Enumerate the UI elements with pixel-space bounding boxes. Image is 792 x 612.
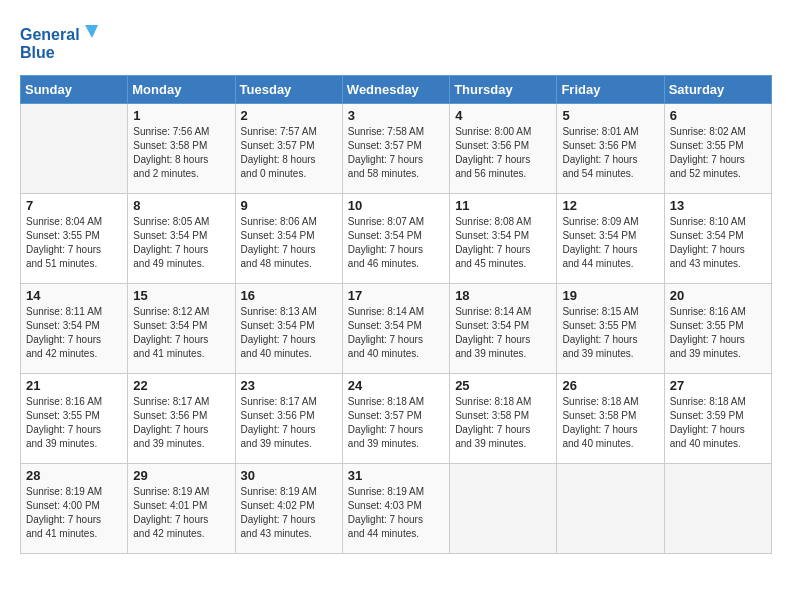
header-cell-sunday: Sunday: [21, 76, 128, 104]
calendar-cell: 13Sunrise: 8:10 AM Sunset: 3:54 PM Dayli…: [664, 194, 771, 284]
day-info: Sunrise: 8:10 AM Sunset: 3:54 PM Dayligh…: [670, 215, 766, 271]
day-info: Sunrise: 8:08 AM Sunset: 3:54 PM Dayligh…: [455, 215, 551, 271]
calendar-cell: 14Sunrise: 8:11 AM Sunset: 3:54 PM Dayli…: [21, 284, 128, 374]
day-number: 5: [562, 108, 658, 123]
day-number: 25: [455, 378, 551, 393]
header-cell-saturday: Saturday: [664, 76, 771, 104]
week-row-2: 14Sunrise: 8:11 AM Sunset: 3:54 PM Dayli…: [21, 284, 772, 374]
calendar-cell: 24Sunrise: 8:18 AM Sunset: 3:57 PM Dayli…: [342, 374, 449, 464]
day-number: 15: [133, 288, 229, 303]
day-info: Sunrise: 7:57 AM Sunset: 3:57 PM Dayligh…: [241, 125, 337, 181]
calendar-body: 1Sunrise: 7:56 AM Sunset: 3:58 PM Daylig…: [21, 104, 772, 554]
calendar-cell: 6Sunrise: 8:02 AM Sunset: 3:55 PM Daylig…: [664, 104, 771, 194]
day-info: Sunrise: 8:05 AM Sunset: 3:54 PM Dayligh…: [133, 215, 229, 271]
calendar-cell: 17Sunrise: 8:14 AM Sunset: 3:54 PM Dayli…: [342, 284, 449, 374]
day-info: Sunrise: 8:00 AM Sunset: 3:56 PM Dayligh…: [455, 125, 551, 181]
day-info: Sunrise: 8:14 AM Sunset: 3:54 PM Dayligh…: [348, 305, 444, 361]
day-number: 22: [133, 378, 229, 393]
header-cell-monday: Monday: [128, 76, 235, 104]
day-number: 13: [670, 198, 766, 213]
header-cell-thursday: Thursday: [450, 76, 557, 104]
day-number: 10: [348, 198, 444, 213]
day-info: Sunrise: 8:18 AM Sunset: 3:57 PM Dayligh…: [348, 395, 444, 451]
calendar-cell: 23Sunrise: 8:17 AM Sunset: 3:56 PM Dayli…: [235, 374, 342, 464]
day-info: Sunrise: 8:11 AM Sunset: 3:54 PM Dayligh…: [26, 305, 122, 361]
calendar-cell: 21Sunrise: 8:16 AM Sunset: 3:55 PM Dayli…: [21, 374, 128, 464]
calendar-cell: 9Sunrise: 8:06 AM Sunset: 3:54 PM Daylig…: [235, 194, 342, 284]
day-number: 18: [455, 288, 551, 303]
day-info: Sunrise: 7:56 AM Sunset: 3:58 PM Dayligh…: [133, 125, 229, 181]
day-info: Sunrise: 8:18 AM Sunset: 3:59 PM Dayligh…: [670, 395, 766, 451]
day-info: Sunrise: 8:07 AM Sunset: 3:54 PM Dayligh…: [348, 215, 444, 271]
day-info: Sunrise: 8:04 AM Sunset: 3:55 PM Dayligh…: [26, 215, 122, 271]
calendar-cell: 7Sunrise: 8:04 AM Sunset: 3:55 PM Daylig…: [21, 194, 128, 284]
calendar-cell: 12Sunrise: 8:09 AM Sunset: 3:54 PM Dayli…: [557, 194, 664, 284]
calendar-cell: 11Sunrise: 8:08 AM Sunset: 3:54 PM Dayli…: [450, 194, 557, 284]
day-number: 21: [26, 378, 122, 393]
calendar-cell: [450, 464, 557, 554]
day-number: 4: [455, 108, 551, 123]
day-info: Sunrise: 8:19 AM Sunset: 4:03 PM Dayligh…: [348, 485, 444, 541]
day-number: 19: [562, 288, 658, 303]
day-number: 9: [241, 198, 337, 213]
calendar-cell: 16Sunrise: 8:13 AM Sunset: 3:54 PM Dayli…: [235, 284, 342, 374]
header-cell-wednesday: Wednesday: [342, 76, 449, 104]
header-row: SundayMondayTuesdayWednesdayThursdayFrid…: [21, 76, 772, 104]
calendar-cell: [21, 104, 128, 194]
svg-text:Blue: Blue: [20, 44, 55, 61]
header: General Blue: [20, 20, 772, 65]
day-number: 12: [562, 198, 658, 213]
day-info: Sunrise: 8:02 AM Sunset: 3:55 PM Dayligh…: [670, 125, 766, 181]
day-number: 24: [348, 378, 444, 393]
day-info: Sunrise: 8:14 AM Sunset: 3:54 PM Dayligh…: [455, 305, 551, 361]
calendar-cell: 20Sunrise: 8:16 AM Sunset: 3:55 PM Dayli…: [664, 284, 771, 374]
calendar-cell: 3Sunrise: 7:58 AM Sunset: 3:57 PM Daylig…: [342, 104, 449, 194]
calendar-cell: 29Sunrise: 8:19 AM Sunset: 4:01 PM Dayli…: [128, 464, 235, 554]
calendar-cell: 8Sunrise: 8:05 AM Sunset: 3:54 PM Daylig…: [128, 194, 235, 284]
day-info: Sunrise: 8:19 AM Sunset: 4:02 PM Dayligh…: [241, 485, 337, 541]
calendar-cell: 10Sunrise: 8:07 AM Sunset: 3:54 PM Dayli…: [342, 194, 449, 284]
day-info: Sunrise: 8:12 AM Sunset: 3:54 PM Dayligh…: [133, 305, 229, 361]
day-info: Sunrise: 8:06 AM Sunset: 3:54 PM Dayligh…: [241, 215, 337, 271]
calendar-cell: 25Sunrise: 8:18 AM Sunset: 3:58 PM Dayli…: [450, 374, 557, 464]
calendar-cell: 4Sunrise: 8:00 AM Sunset: 3:56 PM Daylig…: [450, 104, 557, 194]
day-number: 7: [26, 198, 122, 213]
header-cell-tuesday: Tuesday: [235, 76, 342, 104]
day-info: Sunrise: 8:01 AM Sunset: 3:56 PM Dayligh…: [562, 125, 658, 181]
day-number: 29: [133, 468, 229, 483]
day-number: 8: [133, 198, 229, 213]
day-number: 23: [241, 378, 337, 393]
day-number: 28: [26, 468, 122, 483]
day-info: Sunrise: 8:18 AM Sunset: 3:58 PM Dayligh…: [455, 395, 551, 451]
day-number: 31: [348, 468, 444, 483]
calendar-cell: 27Sunrise: 8:18 AM Sunset: 3:59 PM Dayli…: [664, 374, 771, 464]
day-info: Sunrise: 8:16 AM Sunset: 3:55 PM Dayligh…: [26, 395, 122, 451]
calendar-cell: 30Sunrise: 8:19 AM Sunset: 4:02 PM Dayli…: [235, 464, 342, 554]
day-info: Sunrise: 8:16 AM Sunset: 3:55 PM Dayligh…: [670, 305, 766, 361]
day-number: 27: [670, 378, 766, 393]
calendar-cell: 15Sunrise: 8:12 AM Sunset: 3:54 PM Dayli…: [128, 284, 235, 374]
calendar-cell: 19Sunrise: 8:15 AM Sunset: 3:55 PM Dayli…: [557, 284, 664, 374]
calendar-cell: 18Sunrise: 8:14 AM Sunset: 3:54 PM Dayli…: [450, 284, 557, 374]
calendar-table: SundayMondayTuesdayWednesdayThursdayFrid…: [20, 75, 772, 554]
day-number: 26: [562, 378, 658, 393]
calendar-cell: [557, 464, 664, 554]
day-info: Sunrise: 8:19 AM Sunset: 4:01 PM Dayligh…: [133, 485, 229, 541]
day-number: 30: [241, 468, 337, 483]
calendar-cell: 2Sunrise: 7:57 AM Sunset: 3:57 PM Daylig…: [235, 104, 342, 194]
day-info: Sunrise: 8:18 AM Sunset: 3:58 PM Dayligh…: [562, 395, 658, 451]
week-row-1: 7Sunrise: 8:04 AM Sunset: 3:55 PM Daylig…: [21, 194, 772, 284]
calendar-header: SundayMondayTuesdayWednesdayThursdayFrid…: [21, 76, 772, 104]
day-info: Sunrise: 8:13 AM Sunset: 3:54 PM Dayligh…: [241, 305, 337, 361]
logo-svg: General Blue: [20, 20, 100, 65]
day-info: Sunrise: 8:15 AM Sunset: 3:55 PM Dayligh…: [562, 305, 658, 361]
day-number: 2: [241, 108, 337, 123]
week-row-0: 1Sunrise: 7:56 AM Sunset: 3:58 PM Daylig…: [21, 104, 772, 194]
day-number: 16: [241, 288, 337, 303]
day-number: 11: [455, 198, 551, 213]
day-number: 6: [670, 108, 766, 123]
day-number: 20: [670, 288, 766, 303]
calendar-cell: [664, 464, 771, 554]
day-number: 14: [26, 288, 122, 303]
week-row-4: 28Sunrise: 8:19 AM Sunset: 4:00 PM Dayli…: [21, 464, 772, 554]
